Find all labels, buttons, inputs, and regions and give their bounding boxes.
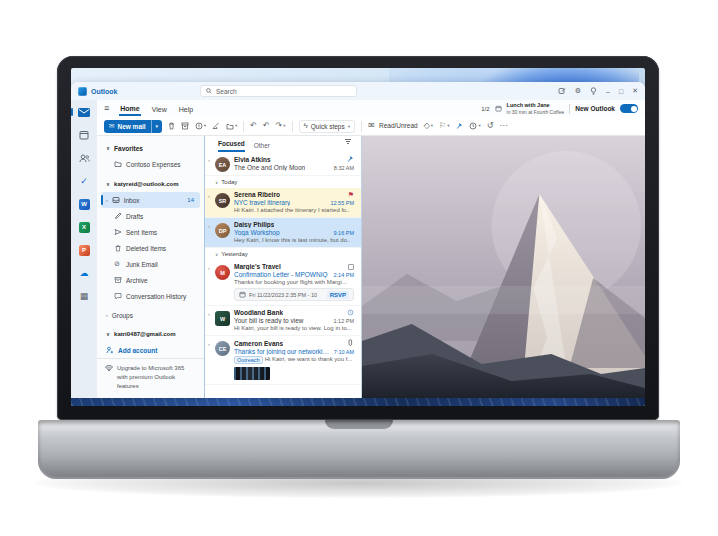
outlook-window: Outlook Search ⚙ – □ ✕ <box>71 82 645 398</box>
sidebar-item-contoso-expenses[interactable]: Contoso Expenses <box>97 156 204 172</box>
feedback-icon[interactable] <box>558 87 566 95</box>
maximize-button[interactable]: □ <box>619 88 623 95</box>
reply-icon[interactable]: ↶ <box>250 122 257 130</box>
email-row-daisy-philips[interactable]: › DP Daisy Philips Yoga Workshop 9:16 PM… <box>205 218 361 248</box>
search-placeholder: Search <box>216 88 237 95</box>
forward-icon[interactable]: ↷▾ <box>276 122 286 130</box>
section-yesterday[interactable]: ∨Yesterday <box>205 248 361 260</box>
snooze-clock-icon[interactable]: ▾ <box>469 122 480 130</box>
move-to-folder-icon[interactable]: ▾ <box>226 123 237 130</box>
upgrade-banner[interactable]: Upgrade to Microsoft 365 with premium Ou… <box>97 358 204 398</box>
attachment-thumbnail[interactable] <box>234 367 270 380</box>
flag-red-icon[interactable]: ⚑ <box>348 191 354 198</box>
folder-pane: ∨Favorites Contoso Expenses ∨katyreid@ou… <box>97 136 205 398</box>
expand-chevron[interactable]: › <box>208 157 210 163</box>
search-icon <box>206 88 212 94</box>
divider <box>569 104 570 114</box>
close-button[interactable]: ✕ <box>632 87 638 95</box>
rail-powerpoint-icon[interactable]: P <box>76 243 92 257</box>
email-row-serena-ribeiro[interactable]: › SR Serena Ribeiro ⚑ NYC travel itinera… <box>205 188 361 218</box>
groups-header[interactable]: ›Groups <box>97 307 204 323</box>
new-outlook-label: New Outlook <box>575 105 615 112</box>
delete-icon[interactable] <box>168 122 175 130</box>
flag-icon[interactable]: ⚐▾ <box>439 122 449 130</box>
reminder-subtitle: in 30 min at Fourth Coffee <box>507 109 565 115</box>
account-outlook-header[interactable]: ∨katyreid@outlook.com <box>97 176 204 192</box>
chat-bubble-icon <box>114 292 122 300</box>
rail-onedrive-icon[interactable]: ☁ <box>76 266 92 280</box>
hamburger-menu-icon[interactable]: ≡ <box>104 104 109 113</box>
laptop-lid-notch <box>325 420 393 429</box>
account-gmail-header[interactable]: ∨katri0487@gmail.com <box>97 326 204 342</box>
rail-calendar-icon[interactable] <box>76 128 92 142</box>
more-options-icon[interactable]: ⋯ <box>499 122 507 130</box>
add-account-button[interactable]: Add account <box>97 342 204 358</box>
quick-steps-button[interactable]: ϟ Quick steps ▾ <box>299 120 355 133</box>
pin-icon[interactable] <box>455 122 463 130</box>
search-input[interactable]: Search <box>200 85 357 97</box>
sidebar-item-archive[interactable]: Archive <box>97 272 204 288</box>
message-list: Focused Other › EA Elvia Atkins The On <box>205 136 362 398</box>
junk-icon: ⊘ <box>114 260 122 268</box>
lightning-icon: ϟ <box>304 122 308 130</box>
time: 8:32 AM <box>330 165 354 171</box>
tab-help[interactable]: Help <box>178 103 194 115</box>
sidebar-item-junk-email[interactable]: ⊘ Junk Email <box>97 256 204 272</box>
folder-icon <box>114 160 122 168</box>
rail-todo-icon[interactable]: ✓ <box>76 174 92 188</box>
email-row-margies-travel[interactable]: › M Margie's Travel Confirmation Letter … <box>205 260 361 306</box>
sidebar-item-inbox[interactable]: › Inbox 14 <box>101 192 200 208</box>
rsvp-button[interactable]: RSVP <box>327 291 349 299</box>
tab-focused[interactable]: Focused <box>218 140 245 152</box>
new-mail-dropdown[interactable]: ▾ <box>151 120 162 133</box>
outlook-logo-icon <box>78 87 87 96</box>
event-card[interactable]: Fri 11/22/2023 2:35 PM - 10 RSVP <box>234 288 354 301</box>
rail-word-icon[interactable]: W <box>76 197 92 211</box>
sidebar-item-sent-items[interactable]: Sent Items <box>97 224 204 240</box>
new-mail-button[interactable]: ✉New mail ▾ <box>104 120 162 133</box>
report-icon[interactable]: ▾ <box>195 122 206 130</box>
settings-gear-icon[interactable]: ⚙ <box>575 87 581 95</box>
read-unread-button[interactable]: ✉ Read/Unread <box>368 122 418 130</box>
rail-people-icon[interactable] <box>76 151 92 165</box>
sidebar-item-deleted-items[interactable]: Deleted Items <box>97 240 204 256</box>
rail-mail-icon[interactable] <box>76 105 92 119</box>
tips-lightbulb-icon[interactable] <box>590 87 597 95</box>
favorites-header[interactable]: ∨Favorites <box>97 140 204 156</box>
ribbon-tabs-row: ≡ Home View Help 1/2 Lunch with Jane in … <box>97 100 645 117</box>
archive-icon[interactable] <box>181 122 189 130</box>
attachment-paperclip-icon <box>347 339 354 347</box>
tab-other[interactable]: Other <box>254 142 270 152</box>
section-today[interactable]: ∨Today <box>205 176 361 188</box>
new-outlook-toggle[interactable] <box>620 104 638 113</box>
email-row-woodland-bank[interactable]: › W Woodland Bank Your bill is ready to … <box>205 306 361 336</box>
tab-view[interactable]: View <box>151 103 168 115</box>
app-title: Outlook <box>91 88 117 95</box>
reply-all-icon[interactable]: ↶ <box>263 122 270 130</box>
avatar: W <box>215 311 230 326</box>
pinned-pin-icon <box>346 155 354 163</box>
select-checkbox[interactable] <box>348 264 354 270</box>
message-list-tabs: Focused Other <box>205 136 361 152</box>
sweep-icon[interactable] <box>212 122 220 130</box>
undo-icon[interactable]: ↺ <box>487 122 494 130</box>
new-mail-label: New mail <box>117 123 145 130</box>
avatar: EA <box>215 157 230 172</box>
read-unread-label: Read/Unread <box>379 123 418 130</box>
meeting-reminder[interactable]: Lunch with Jane in 30 min at Fourth Coff… <box>507 102 565 115</box>
filter-icon[interactable] <box>344 136 352 152</box>
outreach-badge: Outreach <box>234 356 263 364</box>
email-row-elvia-atkins[interactable]: › EA Elvia Atkins The One and Only Moon … <box>205 152 361 176</box>
event-date: Fri 11/22/2023 2:35 PM - 10 <box>249 292 317 298</box>
new-mail-envelope-icon: ✉ <box>109 122 114 130</box>
rail-excel-icon[interactable]: X <box>76 220 92 234</box>
rail-more-apps-icon[interactable]: ▦ <box>76 289 92 303</box>
categorize-tag-icon[interactable]: ◇▾ <box>424 122 433 130</box>
tab-home[interactable]: Home <box>119 102 140 116</box>
sidebar-item-drafts[interactable]: Drafts <box>97 208 204 224</box>
desktop-wallpaper-bloom <box>389 68 639 82</box>
email-row-cameron-evans[interactable]: › CE Cameron Evans Thanks for joining ou… <box>205 336 361 385</box>
minimize-button[interactable]: – <box>606 88 610 95</box>
sidebar-item-conversation-history[interactable]: Conversation History <box>97 288 204 304</box>
subject: The One and Only Moon <box>234 164 305 171</box>
